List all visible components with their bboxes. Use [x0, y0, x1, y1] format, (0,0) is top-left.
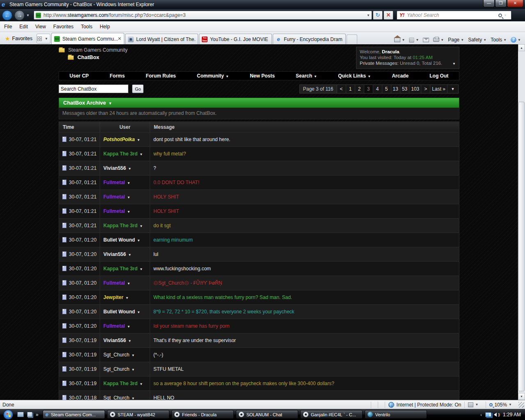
tray-expand-icon[interactable]: ‹ — [480, 412, 482, 417]
page-link-[interactable]: > — [421, 85, 430, 93]
breadcrumb-root[interactable]: Steam Gamers Community — [68, 47, 128, 53]
search-magnifier-icon[interactable] — [498, 14, 502, 17]
username-link[interactable]: Sgt_Church — [103, 352, 129, 358]
user-dropdown-icon[interactable]: ▼ — [137, 239, 140, 242]
zoom-dropdown-icon[interactable]: ▼ — [509, 403, 512, 406]
privacy-dropdown-icon[interactable]: ▼ — [475, 403, 478, 406]
user-dropdown-icon[interactable]: ▼ — [127, 210, 130, 214]
yahoo-dropdown-icon[interactable]: ▼ — [504, 14, 507, 17]
menu-item-help[interactable]: Help — [100, 24, 110, 30]
username-link[interactable]: Sgt_Church — [103, 366, 129, 372]
pagination-dropdown-icon[interactable]: ▼ — [447, 85, 458, 93]
taskbar-button-friends[interactable]: Friends - Dracula — [171, 410, 234, 419]
username-link[interactable]: Bullet Wound — [103, 237, 135, 243]
username-link[interactable]: Bullet Wound — [103, 309, 135, 315]
history-dropdown-icon[interactable]: ▼ — [26, 14, 30, 17]
tab-lord-wyatt[interactable]: ▦ Lord Wyatt | Citizen of The... — [125, 34, 198, 44]
minimize-button[interactable]: — — [483, 0, 495, 7]
forward-button[interactable]: → — [14, 10, 25, 21]
username-link[interactable]: Vivian556 — [103, 251, 126, 257]
nav-item-quick-links[interactable]: Quick Links▼ — [338, 73, 371, 79]
user-dropdown-icon[interactable]: ▼ — [127, 325, 130, 329]
refresh-button[interactable]: ↻ — [373, 11, 383, 20]
user-dropdown-icon[interactable]: ▼ — [126, 296, 129, 300]
user-dropdown-icon[interactable]: ▼ — [128, 167, 131, 171]
taskbar-button-ie[interactable]: e Steam Gamers Com... — [43, 410, 105, 419]
nav-item-forms[interactable]: Forms — [110, 73, 125, 79]
close-button[interactable]: ✕ — [507, 0, 523, 7]
new-tab-button[interactable] — [347, 34, 357, 44]
nav-item-arcade[interactable]: Arcade — [392, 73, 409, 79]
nav-item-community[interactable]: Community▼ — [197, 73, 229, 79]
username-link[interactable]: Kappa The 3rd — [103, 223, 137, 228]
nav-item-search[interactable]: Search▼ — [296, 73, 317, 79]
taskbar-button-steam[interactable]: STEAM - wyatt842 — [107, 410, 169, 419]
resize-grip[interactable] — [518, 402, 524, 408]
quick-tabs-button[interactable]: ▼ — [37, 34, 50, 43]
user-dropdown-icon[interactable]: ▼ — [137, 310, 140, 314]
quick-launch-expand-icon[interactable]: » — [36, 412, 39, 418]
page-link-Last[interactable]: Last » — [430, 85, 447, 93]
username-link[interactable]: Vivian556 — [103, 165, 126, 171]
menu-item-edit[interactable]: Edit — [19, 24, 28, 30]
zoom-magnifier-icon[interactable] — [489, 403, 493, 406]
vertical-scrollbar[interactable]: ▲ ▼ — [518, 44, 525, 400]
taskbar-button-ventrilo[interactable]: Ventrilo — [365, 410, 427, 419]
pm-dropdown-icon[interactable]: ▼ — [452, 61, 456, 67]
user-dropdown-icon[interactable]: ▼ — [127, 282, 130, 285]
user-dropdown-icon[interactable]: ▼ — [137, 138, 140, 142]
quick-launch-switch-windows-icon[interactable] — [27, 412, 32, 417]
address-dropdown-icon[interactable]: ▼ — [367, 14, 370, 17]
taskbar-button-ganjalin[interactable]: Ganjalin #EC4L ` - C... — [300, 410, 363, 419]
username-link[interactable]: Sgt_Church — [103, 395, 129, 400]
username-link[interactable]: Fullmetal — [103, 208, 125, 214]
zoom-level[interactable]: 105% — [494, 402, 507, 408]
username-link[interactable]: Kappa The 3rd — [103, 266, 137, 272]
mail-button[interactable] — [423, 38, 429, 42]
taskbar-button-solanum[interactable]: SOLANUM - Chat — [236, 410, 298, 419]
tab-furry[interactable]: e Furry - Encyclopedia Dram... — [273, 34, 346, 44]
archive-dropdown-icon[interactable]: ▼ — [108, 101, 112, 105]
quick-launch-desktop-icon[interactable] — [17, 412, 24, 417]
feeds-button[interactable]: )))▼ — [409, 37, 419, 43]
page-link-4[interactable]: 4 — [373, 85, 382, 93]
nav-item-forum-rules[interactable]: Forum Rules — [146, 73, 176, 79]
page-link-5[interactable]: 5 — [382, 85, 391, 93]
user-dropdown-icon[interactable]: ▼ — [131, 368, 135, 372]
username-link[interactable]: Fullmetal — [103, 194, 125, 200]
user-dropdown-icon[interactable]: ▼ — [131, 397, 135, 400]
yahoo-search-box[interactable]: Y! Yahoo! Search ▼ — [397, 11, 511, 20]
pm-label[interactable]: Private Messages: — [360, 61, 399, 66]
page-link-1[interactable]: 1 — [346, 85, 355, 93]
page-link-103[interactable]: 103 — [409, 85, 421, 93]
page-link-2[interactable]: 2 — [355, 85, 364, 93]
logged-in-username[interactable]: Dracula — [382, 49, 399, 54]
username-link[interactable]: Jewpiter — [103, 294, 123, 300]
speaker-icon[interactable] — [494, 413, 497, 417]
username-link[interactable]: Fullmetal — [103, 280, 125, 286]
tab-steam-gamers[interactable]: SG Steam Gamers Commu... ✕ — [51, 33, 124, 44]
nav-item-log-out[interactable]: Log Out — [429, 73, 448, 79]
user-dropdown-icon[interactable]: ▼ — [139, 382, 143, 386]
user-dropdown-icon[interactable]: ▼ — [139, 267, 143, 271]
chatbox-archive-header[interactable]: ChatBox Archive▼ — [59, 98, 459, 108]
safety-menu-button[interactable]: Safety▼ — [468, 37, 486, 43]
tab-close-icon[interactable]: ✕ — [118, 36, 121, 41]
nav-item-new-posts[interactable]: New Posts — [250, 73, 275, 79]
username-link[interactable]: Fullmetal — [103, 323, 125, 329]
print-button[interactable]: ▼ — [433, 38, 444, 42]
favorites-button[interactable]: ★ Favorites — [2, 34, 35, 43]
user-dropdown-icon[interactable]: ▼ — [139, 153, 143, 156]
username-link[interactable]: Kappa The 3rd — [103, 381, 137, 386]
nav-item-user-cp[interactable]: User CP — [70, 73, 89, 79]
user-dropdown-icon[interactable]: ▼ — [131, 354, 135, 357]
privacy-icon[interactable] — [468, 402, 473, 407]
back-button[interactable]: ← — [2, 10, 12, 21]
scrollbar-thumb[interactable] — [518, 102, 525, 391]
user-dropdown-icon[interactable]: ▼ — [139, 224, 143, 228]
menu-item-favorites[interactable]: Favorites — [53, 24, 73, 30]
address-bar[interactable]: SG http://www.steamgamers.com/forum/misc… — [34, 11, 372, 20]
menu-item-view[interactable]: View — [35, 24, 46, 30]
username-link[interactable]: Kappa The 3rd — [103, 151, 137, 157]
page-menu-button[interactable]: Page▼ — [448, 37, 464, 43]
